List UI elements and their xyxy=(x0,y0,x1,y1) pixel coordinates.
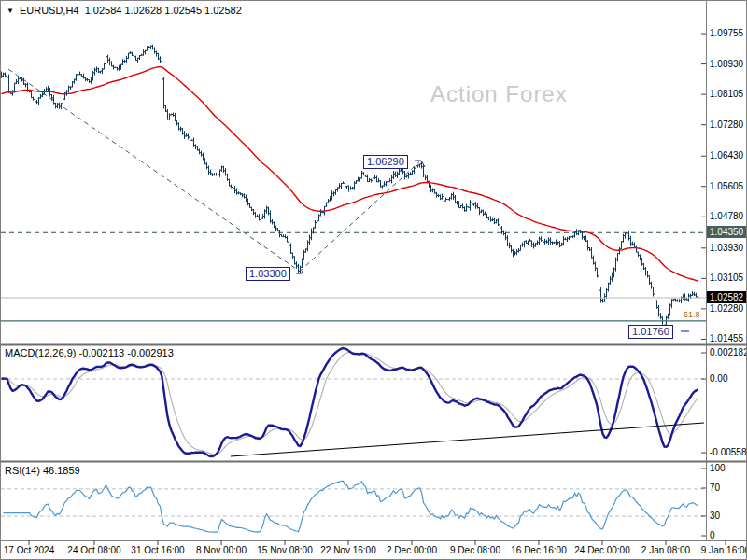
time-axis-label: 2 Jan 08:00 xyxy=(641,545,690,555)
price-tick-label: 1.01455 xyxy=(710,333,743,343)
price-tick-label: 1.05605 xyxy=(710,181,743,191)
current-price-tag: 1.02582 xyxy=(707,291,747,303)
time-axis-label: 22 Nov 16:00 xyxy=(320,545,376,555)
symbol-label: EURUSD,H4 xyxy=(20,5,79,16)
rsi-tick-label: 100 xyxy=(710,463,726,473)
symbol-header: ▼EURUSD,H4 1.02584 1.02628 1.02545 1.025… xyxy=(7,5,242,16)
macd-main-line xyxy=(2,348,698,456)
candles-openclose-ticks xyxy=(1,46,699,326)
price-tick-label: 1.09755 xyxy=(710,28,743,38)
panel-separator-macd xyxy=(1,344,747,346)
price-tick-label: 1.07280 xyxy=(710,119,743,130)
rsi-tick-label: 0 xyxy=(710,530,715,540)
ohlc-quotes: 1.02584 1.02628 1.02545 1.02582 xyxy=(85,5,242,16)
swing-label-low[interactable]: 1.03300 xyxy=(246,267,290,281)
price-tick-label: 1.08930 xyxy=(710,59,743,69)
time-axis-label: 17 Oct 2024 xyxy=(4,545,54,555)
price-tick-label: 1.06430 xyxy=(710,150,743,161)
moving-average-line xyxy=(2,67,698,282)
time-axis-label: 9 Jan 16:00 xyxy=(701,545,747,555)
time-axis-label: 16 Dec 16:00 xyxy=(511,545,567,555)
chart-window: Action Forex ▼EURUSD,H4 1.02584 1.02628 … xyxy=(0,0,747,560)
level-price-tag: 1.04350 xyxy=(707,226,747,238)
panel-separator-rsi xyxy=(1,461,747,463)
time-axis-label: 24 Dec 00:00 xyxy=(574,545,630,555)
price-tick-label: 1.03930 xyxy=(710,243,743,253)
rsi-indicator-label: RSI(14) 46.1859 xyxy=(5,465,80,476)
time-axis-label: 31 Oct 16:00 xyxy=(131,545,184,555)
price-tick-label: 1.03105 xyxy=(710,273,743,283)
time-axis-label: 9 Dec 08:00 xyxy=(450,545,500,555)
time-axis-label: 15 Nov 08:00 xyxy=(257,545,313,555)
rsi-tick-label: 70 xyxy=(710,483,720,493)
macd-tick-label: -0.005584 xyxy=(710,447,747,457)
chart-plot-area[interactable] xyxy=(1,1,747,560)
time-axis-label: 2 Dec 00:00 xyxy=(387,545,437,555)
price-tick-label: 1.02280 xyxy=(710,303,743,314)
fib-level-label: 61.8 xyxy=(684,310,700,319)
macd-signal-line xyxy=(2,353,698,455)
price-tick-label: 1.04780 xyxy=(710,211,743,221)
candles-series xyxy=(2,45,698,328)
macd-tick-label: 0.00 xyxy=(710,373,727,384)
time-axis-label: 24 Oct 08:00 xyxy=(67,545,120,555)
macd-tick-label: 0.002182 xyxy=(710,347,747,357)
rsi-line xyxy=(4,481,698,532)
symbol-dropdown-icon[interactable]: ▼ xyxy=(7,7,14,15)
rsi-tick-label: 30 xyxy=(710,511,720,521)
swing-label-high[interactable]: 1.06290 xyxy=(363,155,408,169)
time-axis-label: 8 Nov 00:00 xyxy=(196,545,247,555)
macd-indicator-label: MACD(12,26,9) -0.002113 -0.002913 xyxy=(5,347,174,358)
swing-label-recent-low[interactable]: 1.01760 xyxy=(628,325,673,339)
price-tick-label: 1.08105 xyxy=(710,89,743,99)
